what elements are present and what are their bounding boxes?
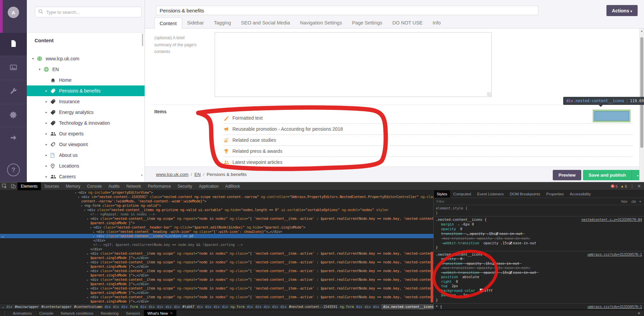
expand-caret-icon[interactable]: ▾ [78, 195, 81, 199]
tree-item-insurance[interactable]: ▸Insurance [27, 96, 145, 107]
styles-tab-computed[interactable]: Computed [450, 190, 474, 198]
crumb-div[interactable]: div [6, 305, 12, 309]
tree-item-energy-analytics[interactable]: ▸Energy analytics [27, 107, 145, 118]
elements-scrollbar-thumb[interactable] [431, 252, 433, 303]
tree-item-careers[interactable]: ▸Careers [27, 171, 145, 182]
crumb-div[interactable]: div [373, 305, 379, 309]
cls-toggle[interactable]: .cls [631, 199, 636, 203]
css-property-transition[interactable]: transition: ▸ opacity .15sease-in-out; [436, 232, 642, 237]
css-rule-nested-content-icons[interactable]: nestedcontent.c…v=313339570:84.nested-co… [434, 216, 644, 251]
css-rule-[interactable]: umbraco.css?cdv=313339570:1* {-ms-touch-… [434, 304, 644, 310]
tree-item-en[interactable]: ▾EN [27, 64, 145, 75]
dom-node-line[interactable]: <!-- ngRepeat: node in nodes --> [0, 212, 433, 216]
crumb-div[interactable]: div [121, 305, 127, 309]
css-property-top[interactable]: top: 2px; [436, 284, 642, 289]
tree-scroll-down-icon[interactable]: ▾ [141, 174, 143, 177]
expand-caret-icon[interactable]: ▾ [75, 191, 78, 195]
crumb-contentwrapper[interactable]: #contentwrapper [41, 305, 71, 309]
dom-node-line[interactable]: <!-- ngIf: $parent.realCurrentNode.key =… [0, 243, 433, 247]
sidebar-item-media[interactable] [0, 56, 27, 80]
dom-node-line[interactable]: ▾<ng-form class="ng-pristine ng-valid"> [0, 203, 433, 208]
tab-tagging[interactable]: Tagging [209, 17, 236, 28]
inspect-element-icon[interactable] [0, 182, 9, 190]
tree-caret-icon[interactable]: ▸ [46, 164, 50, 168]
dom-node-line[interactable]: </div> [0, 238, 433, 243]
css-property-transition[interactable]: transition: opacity .15sease-in-out; [436, 261, 642, 266]
tree-item-our-viewpoint[interactable]: ▸Our viewpoint [27, 139, 145, 150]
css-property-webkit-transition[interactable]: -webkit-transition: opacity .15sease-in-… [436, 241, 642, 246]
dom-node-line[interactable]: ▾<div class="nested-content__item ng-sco… [0, 216, 433, 221]
styles-tab-styles[interactable]: Styles [434, 190, 450, 198]
expand-caret-icon[interactable]: ▾ [90, 226, 93, 230]
expand-caret-icon[interactable]: ▸ [87, 269, 90, 273]
crumb-div[interactable]: div [113, 305, 119, 309]
dom-node-line[interactable]: $parent.singleMode }">…</div> [0, 299, 433, 304]
drawer-close-icon[interactable]: ✕ [637, 311, 641, 316]
css-property-background-color[interactable]: background-color: #fff; [436, 289, 642, 293]
dom-node-line[interactable]: ▾<div ng-include="propertyEditorView"> [0, 190, 433, 195]
crumb-div[interactable]: div [157, 305, 163, 309]
expand-caret-icon[interactable]: ▾ [87, 217, 90, 221]
breadcrumb-lang-link[interactable]: EN [195, 172, 201, 177]
tree-caret-icon[interactable]: ▸ [46, 175, 50, 178]
styles-tab-dom-breakpoints[interactable]: DOM Breakpoints [507, 190, 543, 198]
dom-node-line[interactable]: …▸<div class="nested-content__icons">…</… [0, 234, 433, 238]
css-property-moz-transition[interactable]: -moz-transition: opacity .15s ease-in-ou… [436, 236, 642, 241]
crumb-div[interactable]: div [222, 305, 228, 309]
css-property-opacity[interactable]: opacity: 0; [436, 257, 642, 261]
crumb-tab67[interactable]: #tab67 [182, 305, 195, 309]
bezier-editor-icon[interactable] [492, 262, 495, 265]
dom-node-line[interactable]: ▸<div class="nested-content__item ng-sco… [0, 277, 433, 282]
devtools-tab-adblock[interactable]: AdBlock [222, 182, 244, 190]
drawer-tab-console[interactable]: Console [36, 310, 57, 316]
devtools-tab-elements[interactable]: Elements [17, 182, 41, 190]
tree-item-locations[interactable]: ▸Locations [27, 161, 145, 171]
dom-node-line[interactable]: ▸<div class="nested-content__item ng-sco… [0, 260, 433, 264]
crumb-div[interactable]: div [247, 305, 253, 309]
devtools-close-icon[interactable]: ✕ [637, 184, 641, 189]
filter-input[interactable]: Filter [436, 199, 617, 203]
crumb-div[interactable]: div [214, 305, 220, 309]
bezier-editor-icon[interactable] [495, 232, 498, 235]
devtools-tab-security[interactable]: Security [174, 182, 196, 190]
scroll-up-icon[interactable]: ▲ [640, 29, 644, 33]
crumb-contentcolumn[interactable]: #contentcolumn [74, 305, 102, 309]
css-rule-nested-content-icons[interactable]: umbraco.css?cdv=313339570:1.nested-conte… [434, 251, 644, 304]
devtools-tab-console[interactable]: Console [84, 182, 105, 190]
preview-button[interactable]: Preview [553, 170, 581, 180]
tab-do-not-use[interactable]: DO NOT USE [387, 17, 428, 28]
tab-info[interactable]: Info [428, 17, 446, 28]
drawer-menu-icon[interactable]: ⋮ [0, 311, 9, 315]
search-box[interactable] [35, 7, 142, 17]
dom-node-line[interactable]: $parent.singleMode }">…</div> [0, 282, 433, 286]
dom-node-line[interactable]: ▸<div class="nested-content__item ng-sco… [0, 286, 433, 291]
help-button[interactable]: ? [7, 164, 20, 176]
crumb-div[interactable]: div [140, 305, 146, 309]
stylesheet-source-link[interactable]: umbraco.css?cdv=313339570:1 [587, 305, 642, 309]
tab-page-settings[interactable]: Page Settings [347, 17, 387, 28]
expand-caret-icon[interactable]: ▸ [87, 278, 90, 282]
tree-item-home[interactable]: Home [27, 75, 145, 85]
save-and-publish-button[interactable]: Save and publish ▴ [583, 170, 644, 180]
dom-node-line[interactable]: ▾<div id="nested-content--1543591" class… [0, 195, 433, 199]
hov-toggle[interactable]: :hov [621, 199, 627, 203]
nested-item-related-case-studies[interactable]: Related case studies [224, 135, 633, 146]
crumb-form[interactable]: form [130, 305, 138, 309]
more-actions-icon[interactable]: … [2, 234, 4, 238]
device-toolbar-icon[interactable] [9, 182, 17, 190]
drawer-tab-animations[interactable]: Animations [9, 310, 36, 316]
sidebar-item-translation[interactable] [0, 127, 27, 150]
expand-caret-icon[interactable]: ▸ [93, 234, 96, 238]
dom-node-line[interactable]: $parent.singleMode }">…</div> [0, 291, 433, 295]
devtools-tab-performance[interactable]: Performance [145, 182, 174, 190]
styles-tab-properties[interactable]: Properties [543, 190, 567, 198]
drawer-tab-network-conditions[interactable]: Network conditions [57, 310, 97, 316]
drawer-tab-close-icon[interactable]: ✕ [170, 311, 173, 315]
main-scrollbar-thumb[interactable] [640, 37, 643, 148]
sidebar-item-content[interactable] [0, 33, 27, 56]
crumb-div[interactable]: div [272, 305, 278, 309]
crumb-div[interactable]: div [255, 305, 261, 309]
dom-node-line[interactable]: ▾<div class="nested-content__header-bar"… [0, 225, 433, 230]
crumb-ng-form[interactable]: ng-form [340, 305, 354, 309]
crumb-div[interactable]: div [174, 305, 180, 309]
